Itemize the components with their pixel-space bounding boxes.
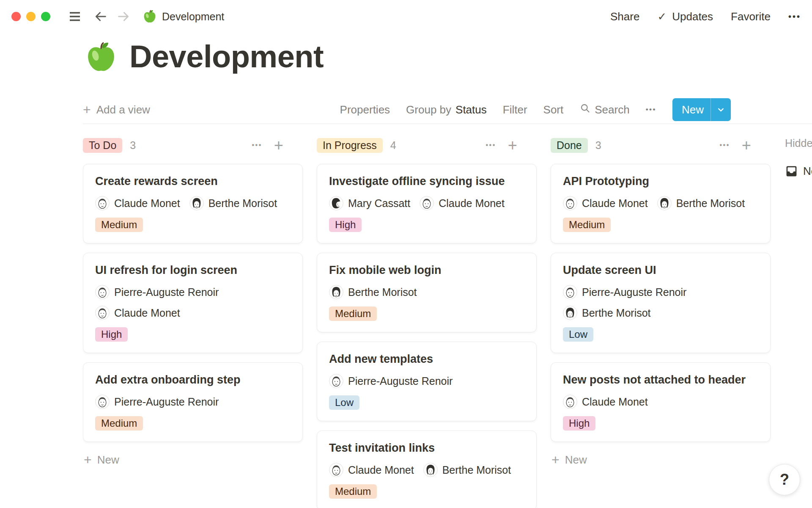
breadcrumb[interactable]: Development — [143, 9, 224, 24]
avatar — [95, 285, 110, 299]
breadcrumb-title: Development — [162, 11, 224, 23]
green-apple-page-icon[interactable] — [85, 40, 118, 74]
sort-button[interactable]: Sort — [543, 103, 564, 116]
board-card[interactable]: Investigate offline syncing issue Mary C… — [317, 164, 537, 243]
new-card-button[interactable]: + New — [551, 453, 771, 467]
forward-arrow-icon[interactable] — [116, 9, 131, 24]
board-card[interactable]: API Prototyping Claude Monet Berthe Mori… — [551, 164, 771, 243]
column-add-icon[interactable]: + — [742, 137, 751, 153]
column-more-icon[interactable]: ••• — [719, 141, 730, 149]
avatar — [423, 463, 438, 477]
card-assignees: Pierre-Auguste Renoir — [95, 395, 291, 409]
add-view-label: Add a view — [96, 103, 150, 116]
assignee-name: Claude Monet — [348, 464, 414, 476]
group-by-button[interactable]: Group by Status — [406, 103, 487, 116]
priority-badge: Medium — [563, 218, 611, 232]
assignee: Pierre-Auguste Renoir — [563, 285, 686, 299]
assignee: Claude Monet — [95, 196, 180, 210]
board-column: To Do 3 ••• + Create rewards screen Clau… — [83, 124, 303, 508]
column-header: In Progress 4 ••• + — [317, 137, 537, 153]
assignee-name: Pierre-Auguste Renoir — [114, 396, 219, 408]
back-arrow-icon[interactable] — [93, 9, 108, 24]
board-card[interactable]: Create rewards screen Claude Monet Berth… — [83, 164, 303, 243]
priority-badge: Low — [329, 395, 359, 410]
card-assignees: Claude Monet — [563, 395, 758, 409]
hidden-group-row[interactable]: No Status — [785, 165, 812, 178]
assignee: Pierre-Auguste Renoir — [95, 395, 219, 409]
assignee-name: Claude Monet — [114, 197, 180, 210]
new-button-label: New — [672, 103, 710, 116]
sidebar-menu-icon[interactable] — [67, 9, 82, 24]
assignee: Berthe Morisot — [563, 306, 651, 320]
share-button[interactable]: Share — [610, 10, 639, 23]
column-more-icon[interactable]: ••• — [252, 141, 262, 149]
properties-button[interactable]: Properties — [340, 103, 390, 116]
assignee-name: Berthe Morisot — [208, 197, 277, 210]
card-assignees: Pierre-Auguste Renoir Berthe Morisot — [563, 285, 758, 320]
card-title: UI refresh for login screen — [95, 263, 291, 277]
board-card[interactable]: UI refresh for login screen Pierre-Augus… — [83, 253, 303, 353]
updates-button[interactable]: ✓ Updates — [657, 10, 713, 23]
avatar — [189, 196, 204, 210]
assignee: Pierre-Auguste Renoir — [95, 285, 219, 299]
question-mark-icon: ? — [780, 471, 789, 489]
view-more-options-icon[interactable]: ••• — [646, 105, 656, 114]
avatar — [563, 306, 577, 320]
column-add-icon[interactable]: + — [508, 137, 517, 153]
close-window-button[interactable] — [11, 12, 21, 21]
green-apple-icon — [143, 9, 157, 24]
assignee-name: Pierre-Auguste Renoir — [582, 286, 686, 298]
card-assignees: Berthe Morisot — [329, 285, 524, 299]
column-add-icon[interactable]: + — [274, 137, 283, 153]
more-options-icon[interactable]: ••• — [788, 12, 801, 22]
assignee: Claude Monet — [563, 196, 648, 210]
board-card[interactable]: Add new templates Pierre-Auguste Renoir … — [317, 342, 537, 421]
filter-button[interactable]: Filter — [503, 103, 527, 116]
new-button[interactable]: New — [672, 98, 731, 121]
avatar — [95, 306, 110, 320]
new-card-plus-icon: + — [551, 453, 560, 467]
inbox-tray-icon — [785, 165, 798, 178]
column-more-icon[interactable]: ••• — [486, 141, 496, 149]
assignee-name: Pierre-Auguste Renoir — [348, 375, 453, 387]
column-status-pill[interactable]: In Progress — [317, 138, 383, 153]
assignee: Claude Monet — [95, 306, 180, 320]
priority-badge: Low — [563, 327, 593, 342]
search-icon — [579, 102, 591, 117]
page-title[interactable]: Development — [129, 40, 324, 74]
avatar — [329, 374, 343, 388]
updates-label: Updates — [672, 10, 713, 23]
card-title: Create rewards screen — [95, 174, 291, 188]
search-label: Search — [595, 103, 629, 116]
group-by-label: Group by — [406, 103, 451, 116]
hidden-group-label: No Status — [803, 165, 812, 178]
card-assignees: Claude Monet Berthe Morisot — [95, 196, 291, 210]
minimize-window-button[interactable] — [26, 12, 36, 21]
column-status-pill[interactable]: To Do — [83, 138, 122, 153]
chevron-down-icon[interactable] — [711, 105, 731, 114]
priority-badge: Medium — [95, 218, 143, 232]
search-button[interactable]: Search — [579, 102, 629, 117]
avatar — [563, 395, 577, 409]
help-button[interactable]: ? — [769, 464, 800, 495]
board-column: In Progress 4 ••• + Investigate offline … — [317, 124, 537, 508]
favorite-button[interactable]: Favorite — [731, 10, 771, 23]
board-card[interactable]: Add extra onboarding step Pierre-Auguste… — [83, 362, 303, 442]
board-card[interactable]: New posts not attached to header Claude … — [551, 362, 771, 442]
board-card[interactable]: Test invitation links Claude Monet Berth… — [317, 431, 537, 508]
assignee-name: Mary Cassatt — [348, 197, 410, 210]
priority-badge: Medium — [329, 306, 377, 321]
new-card-label: New — [565, 453, 587, 467]
board-card[interactable]: Fix mobile web login Berthe Morisot Medi… — [317, 253, 537, 332]
column-status-pill[interactable]: Done — [551, 138, 588, 153]
board-columns: To Do 3 ••• + Create rewards screen Clau… — [83, 124, 812, 508]
card-title: Fix mobile web login — [329, 263, 524, 277]
assignee-name: Claude Monet — [114, 307, 180, 319]
board-card[interactable]: Update screen UI Pierre-Auguste Renoir B… — [551, 253, 771, 353]
card-assignees: Claude Monet Berthe Morisot — [329, 463, 524, 477]
avatar — [657, 196, 672, 210]
card-assignees: Pierre-Auguste Renoir — [329, 374, 524, 388]
add-view-button[interactable]: + Add a view — [83, 103, 150, 116]
zoom-window-button[interactable] — [41, 12, 50, 21]
new-card-button[interactable]: + New — [84, 453, 303, 467]
